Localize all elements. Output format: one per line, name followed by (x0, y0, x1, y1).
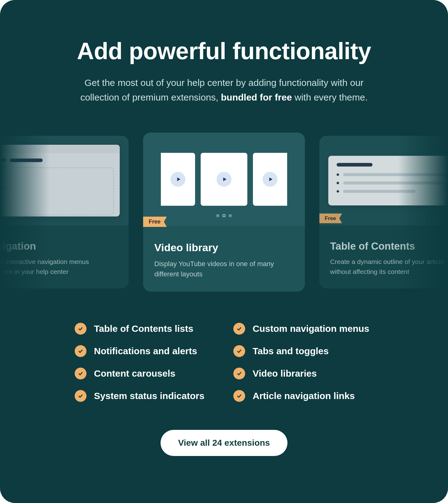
card-desc: Display YouTube videos in one of many di… (154, 259, 294, 279)
card-title: Table of Contents (330, 240, 448, 252)
feature-label: Tabs and toggles (253, 346, 329, 356)
check-icon (233, 345, 245, 357)
extension-card-navigation[interactable]: Free Navigation Create interactive navig… (0, 136, 129, 289)
feature-item: Notifications and alerts (75, 345, 215, 357)
navigation-illustration (0, 136, 129, 225)
play-icon (170, 172, 185, 187)
free-badge: Free (143, 217, 167, 227)
feature-label: Article navigation links (253, 391, 355, 401)
feature-item: Custom navigation menus (233, 323, 373, 335)
carousel-dots-icon (216, 214, 232, 217)
extensions-panel: Add powerful functionality Get the most … (0, 0, 448, 503)
feature-item: Video libraries (233, 368, 373, 379)
feature-item: Content carousels (75, 368, 215, 379)
free-badge: Free (319, 214, 342, 223)
hero-lead-bold: bundled for free (221, 92, 292, 102)
play-icon (263, 172, 278, 187)
check-icon (75, 368, 86, 379)
card-title: Navigation (0, 240, 118, 252)
check-icon (75, 345, 86, 357)
extension-card-toc[interactable]: Free Table of Contents Create a dynamic … (319, 136, 448, 289)
card-title: Video library (154, 242, 294, 254)
hero-lead: Get the most out of your help center by … (68, 76, 380, 105)
card-desc: Create interactive navigation menus anyw… (0, 257, 118, 276)
extensions-carousel[interactable]: Free Navigation Create interactive navig… (0, 133, 448, 292)
hero-title: Add powerful functionality (50, 37, 398, 64)
hero: Add powerful functionality Get the most … (0, 0, 448, 105)
check-icon (233, 323, 245, 335)
feature-item: Article navigation links (233, 390, 373, 402)
feature-label: Notifications and alerts (94, 346, 197, 356)
feature-list: Table of Contents lists Custom navigatio… (62, 323, 386, 402)
feature-label: Content carousels (94, 368, 175, 379)
feature-label: Table of Contents lists (94, 323, 193, 334)
card-desc: Create a dynamic outline of your article… (330, 257, 448, 276)
check-icon (75, 323, 86, 335)
check-icon (233, 368, 245, 379)
toc-illustration (319, 136, 448, 225)
feature-item: Table of Contents lists (75, 323, 215, 335)
extension-card-video-library[interactable]: Free Video library Display YouTube video… (143, 133, 305, 292)
video-library-illustration (143, 133, 305, 226)
feature-label: Custom navigation menus (253, 323, 369, 334)
hero-lead-post: with every theme. (292, 92, 367, 102)
feature-item: System status indicators (75, 390, 215, 402)
feature-label: Video libraries (253, 368, 317, 379)
feature-label: System status indicators (94, 391, 204, 401)
view-all-extensions-button[interactable]: View all 24 extensions (161, 430, 287, 456)
feature-item: Tabs and toggles (233, 345, 373, 357)
check-icon (233, 390, 245, 402)
check-icon (75, 390, 86, 402)
play-icon (217, 172, 231, 187)
